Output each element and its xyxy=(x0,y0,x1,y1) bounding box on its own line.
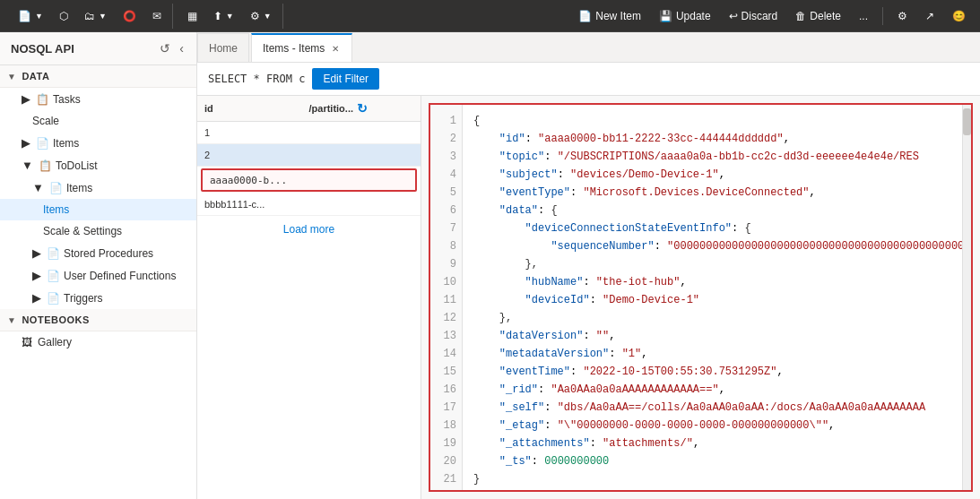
new-item-button[interactable]: 📄 New Item xyxy=(571,4,648,29)
todolist-label: ToDoList xyxy=(56,159,98,172)
triggers-label: Triggers xyxy=(64,292,103,305)
triggers-icon: 📄 xyxy=(47,292,60,305)
sidebar-item-tasks[interactable]: ▶ 📋 Tasks xyxy=(0,88,196,110)
app-settings-icon: ⚙ xyxy=(898,10,907,22)
stored-proc-label: Stored Procedures xyxy=(64,247,153,260)
items-items-label: Items xyxy=(43,203,69,216)
user-button[interactable]: 😊 xyxy=(945,4,973,29)
json-scrollbar[interactable] xyxy=(962,105,971,490)
sidebar-item-scale[interactable]: Scale xyxy=(0,110,196,132)
notebooks-section-header[interactable]: ▼ NOTEBOOKS xyxy=(0,309,196,331)
sidebar-item-items-items[interactable]: Items xyxy=(0,199,196,220)
sidebar-header-icons: ↺ ‹ xyxy=(158,39,186,57)
row-2-id: 2 xyxy=(204,150,309,160)
second-item-partition xyxy=(309,199,414,210)
tasks-label: Tasks xyxy=(53,93,81,106)
settings-gear-icon: ⚙ xyxy=(250,10,260,22)
selected-item-box[interactable]: aaaa0000-b... xyxy=(201,168,417,192)
main-layout: NOSQL API ↺ ‹ ▼ DATA ▶ 📋 Tasks Scale ▶ 📄… xyxy=(0,32,980,499)
tab-items[interactable]: Items - Items ✕ xyxy=(251,33,352,62)
list-header-partition: /partitio... ↻ xyxy=(309,101,414,116)
tasks-icon: 📋 xyxy=(36,93,49,106)
deploy-button[interactable]: ⬆ ▼ xyxy=(206,4,241,29)
sidebar-refresh-button[interactable]: ↺ xyxy=(158,39,172,57)
list-row-second[interactable]: bbbb1111-c... xyxy=(197,194,421,216)
cosmos-button[interactable]: ⬡ xyxy=(52,4,75,29)
discard-icon: ↩ xyxy=(729,10,738,22)
external-link-button[interactable]: ↗ xyxy=(918,4,941,29)
deploy-icon: ⬆ xyxy=(213,10,222,22)
list-refresh-icon[interactable]: ↻ xyxy=(357,101,368,116)
delete-button[interactable]: 🗑 Delete xyxy=(788,4,848,29)
deploy-dropdown-icon: ▼ xyxy=(226,12,234,21)
delete-icon: 🗑 xyxy=(795,10,806,22)
sidebar-item-triggers[interactable]: ▶ 📄 Triggers xyxy=(0,287,196,309)
query-text: SELECT * FROM c xyxy=(208,73,305,85)
table-button[interactable]: ▦ xyxy=(180,4,204,29)
data-section-label: DATA xyxy=(22,71,49,82)
scale-settings-label: Scale & Settings xyxy=(43,225,122,237)
items-label: Items xyxy=(53,137,79,150)
sidebar-item-stored-procedures[interactable]: ▶ 📄 Stored Procedures xyxy=(0,242,196,264)
file-button[interactable]: 📄 ▼ xyxy=(11,4,50,29)
github-icon: ⭕ xyxy=(123,10,136,22)
sidebar-header: NOSQL API ↺ ‹ xyxy=(0,32,196,65)
sidebar: NOSQL API ↺ ‹ ▼ DATA ▶ 📋 Tasks Scale ▶ 📄… xyxy=(0,32,197,499)
code-content: { "id": "aaaa0000-bb11-2222-33cc-444444d… xyxy=(463,105,971,492)
more-label: ... xyxy=(859,10,868,22)
json-editor[interactable]: 1 2 3 4 5 6 7 8 9 10 11 12 13 xyxy=(429,103,973,492)
todolist-items-label: Items xyxy=(66,182,92,194)
settings-button[interactable]: ⚙ ▼ xyxy=(243,4,279,29)
sidebar-item-todolist-items[interactable]: ▼ 📄 Items xyxy=(0,176,196,199)
list-col-partition-label: /partitio... xyxy=(309,103,354,114)
sidebar-item-scale-settings[interactable]: Scale & Settings xyxy=(0,220,196,242)
json-content: 1 2 3 4 5 6 7 8 9 10 11 12 13 xyxy=(430,105,971,492)
data-section-header[interactable]: ▼ DATA xyxy=(0,65,196,88)
todolist-icon: 📋 xyxy=(39,159,52,172)
sidebar-title: NOSQL API xyxy=(11,42,74,56)
github-button[interactable]: ⭕ xyxy=(116,4,143,29)
tab-home[interactable]: Home xyxy=(197,33,249,62)
list-row-selected[interactable]: 2 xyxy=(197,144,421,167)
query-bar: SELECT * FROM c Edit Filter xyxy=(197,63,980,96)
list-col-id-label: id xyxy=(204,103,213,114)
update-label: Update xyxy=(676,10,711,22)
udf-icon: 📄 xyxy=(47,270,60,282)
second-item-id: bbbb1111-c... xyxy=(204,199,309,210)
items-expand-icon: ▶ xyxy=(22,136,30,150)
udf-expand-icon: ▶ xyxy=(32,269,41,282)
new-item-label: New Item xyxy=(595,10,641,22)
notebooks-section-chevron: ▼ xyxy=(7,315,16,325)
update-button[interactable]: 💾 Update xyxy=(652,4,718,29)
json-scrollbar-thumb xyxy=(963,108,971,135)
sidebar-collapse-button[interactable]: ‹ xyxy=(178,39,186,57)
row-1-id: 1 xyxy=(204,127,309,138)
sidebar-item-udf[interactable]: ▶ 📄 User Defined Functions xyxy=(0,264,196,287)
row-1-partition xyxy=(309,127,414,138)
discard-label: Discard xyxy=(742,10,778,22)
file-icon: 📄 xyxy=(18,10,31,22)
list-header-id: id xyxy=(204,101,309,116)
toolbar-file-group: 📄 ▼ ⬡ 🗂 ▼ ⭕ ✉ xyxy=(7,4,173,29)
email-icon: ✉ xyxy=(152,10,161,22)
more-button[interactable]: ... xyxy=(852,4,875,29)
sidebar-item-todolist[interactable]: ▼ 📋 ToDoList xyxy=(0,154,196,176)
toolbar-right: 📄 New Item 💾 Update ↩ Discard 🗑 Delete .… xyxy=(571,4,973,29)
discard-button[interactable]: ↩ Discard xyxy=(722,4,785,29)
todolist-expand-icon: ▼ xyxy=(22,159,33,172)
app-settings-button[interactable]: ⚙ xyxy=(890,4,915,29)
email-button[interactable]: ✉ xyxy=(145,4,169,29)
explorer-button[interactable]: 🗂 ▼ xyxy=(77,4,114,29)
cosmos-icon: ⬡ xyxy=(59,10,68,22)
list-row[interactable]: 1 xyxy=(197,122,421,144)
load-more-button[interactable]: Load more xyxy=(197,216,421,243)
toolbar-divider xyxy=(882,7,883,25)
stored-proc-expand-icon: ▶ xyxy=(32,246,41,260)
gallery-icon: 🖼 xyxy=(22,336,32,348)
new-item-icon: 📄 xyxy=(578,10,592,22)
edit-filter-button[interactable]: Edit Filter xyxy=(312,68,379,90)
sidebar-item-items[interactable]: ▶ 📄 Items xyxy=(0,132,196,154)
tab-items-close[interactable]: ✕ xyxy=(330,44,341,54)
sidebar-item-gallery[interactable]: 🖼 Gallery xyxy=(0,331,196,353)
selected-item-id: aaaa0000-b... xyxy=(210,175,287,186)
